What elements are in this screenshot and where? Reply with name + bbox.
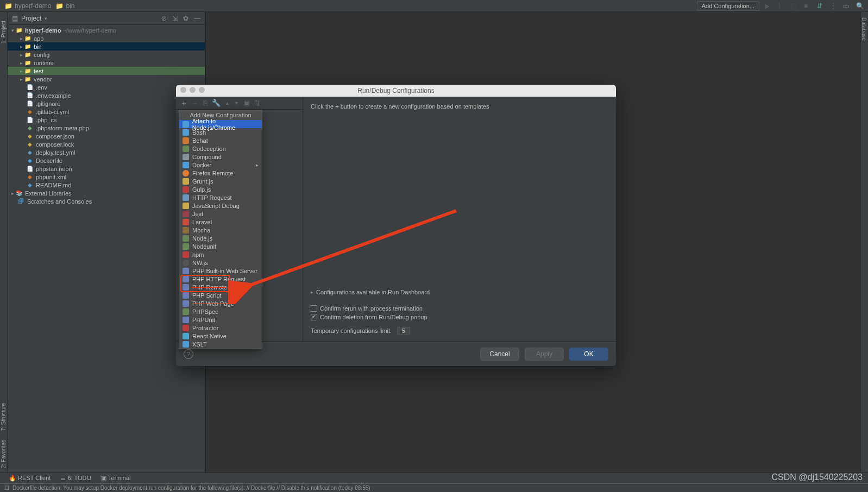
dialog-hint: Click the + button to create a new confi…: [311, 103, 608, 110]
breadcrumb-second[interactable]: 📁 bin: [55, 2, 74, 10]
copy-icon[interactable]: ⎘: [203, 99, 207, 107]
cfg-attach-node[interactable]: Attach to Node.js/Chrome: [179, 120, 262, 128]
cfg-codeception[interactable]: Codeception: [179, 144, 262, 153]
cfg-node[interactable]: Node.js: [179, 234, 262, 242]
tree-file[interactable]: ◆.gitlab-ci.yml: [8, 108, 205, 116]
dialog-titlebar: Run/Debug Configurations: [176, 85, 616, 97]
tree-file[interactable]: ◆deploy.test.yml: [8, 148, 205, 156]
tree-file[interactable]: 📄.env: [8, 83, 205, 91]
tree-file[interactable]: ◆composer.lock: [8, 140, 205, 148]
tree-file[interactable]: 📄phpstan.neon: [8, 165, 205, 173]
tree-folder[interactable]: ▸📁vendor: [8, 75, 205, 83]
tree-file[interactable]: ◆phpunit.xml: [8, 173, 205, 181]
cfg-compound[interactable]: Compound: [179, 153, 262, 161]
apply-button[interactable]: Apply: [525, 348, 564, 361]
project-panel-title[interactable]: Project: [21, 15, 41, 22]
tree-folder[interactable]: ▸📁runtime: [8, 59, 205, 67]
cfg-protractor[interactable]: Protractor: [179, 324, 262, 332]
add-new-configuration-popup[interactable]: Add New Configuration Attach to Node.js/…: [179, 110, 262, 349]
help-icon[interactable]: ?: [184, 349, 193, 359]
add-icon[interactable]: ＋: [180, 98, 187, 108]
confirm-delete-row[interactable]: Confirm deletion from Run/Debug popup: [311, 313, 608, 321]
coverage-icon[interactable]: ⬚: [791, 2, 798, 10]
checkbox[interactable]: [311, 305, 317, 312]
favorites-tab[interactable]: 2: Favorites: [1, 440, 7, 468]
project-dropdown-icon[interactable]: ▤: [12, 15, 18, 22]
debug-icon[interactable]: ⌇: [778, 2, 785, 10]
project-root[interactable]: ▾📁 hyperf-demo ~/www/hyperf-demo: [8, 26, 205, 34]
down-icon[interactable]: ▼: [234, 100, 239, 106]
scratches[interactable]: 🗐Scratches and Consoles: [8, 197, 205, 205]
bottom-toolbar: 🔥 REST Client ☰ 6: TODO ▣ Terminal: [0, 472, 868, 483]
terminal-tool[interactable]: ▣ Terminal: [101, 475, 130, 482]
tree-file[interactable]: ◆README.md: [8, 181, 205, 189]
cfg-firefox[interactable]: Firefox Remote: [179, 169, 262, 177]
ok-button[interactable]: OK: [569, 348, 608, 361]
project-tree[interactable]: ▾📁 hyperf-demo ~/www/hyperf-demo ▸📁app ▸…: [8, 25, 205, 472]
cfg-http[interactable]: HTTP Request: [179, 193, 262, 201]
target-icon[interactable]: ⊘: [161, 15, 167, 22]
cfg-phpspec[interactable]: PHPSpec: [179, 307, 262, 316]
tree-file[interactable]: 📄.env.example: [8, 91, 205, 99]
tree-file[interactable]: ◆Dockerfile: [8, 156, 205, 165]
cfg-grunt[interactable]: Grunt.js: [179, 177, 262, 185]
cfg-php-remote[interactable]: PHP Remote Debug: [179, 283, 262, 291]
cfg-jest[interactable]: Jest: [179, 210, 262, 218]
cfg-laravel[interactable]: Laravel: [179, 218, 262, 226]
cfg-phpunit[interactable]: PHPUnit: [179, 316, 262, 324]
window-controls[interactable]: [180, 87, 205, 93]
confirm-rerun-row[interactable]: Confirm rerun with process termination: [311, 304, 608, 313]
tree-folder-test[interactable]: ▸📁test: [8, 67, 205, 75]
split-icon[interactable]: ⇲: [172, 15, 178, 22]
search-icon[interactable]: 🔍: [856, 2, 864, 10]
git-icon[interactable]: ⇵: [817, 2, 825, 10]
rest-client-tool[interactable]: 🔥 REST Client: [9, 475, 51, 482]
window-icon[interactable]: ▭: [843, 2, 851, 10]
cfg-gulp[interactable]: Gulp.js: [179, 185, 262, 193]
gear-icon[interactable]: ✿: [183, 15, 188, 22]
chevron-down-icon[interactable]: ▾: [45, 16, 47, 21]
sort-icon[interactable]: ⇅: [254, 99, 260, 107]
cfg-js-debug[interactable]: JavaScript Debug: [179, 201, 262, 210]
database-tab[interactable]: Database: [861, 17, 867, 41]
run-dashboard-section[interactable]: ▸ Configurations available in Run Dashbo…: [311, 288, 608, 297]
cfg-php-http[interactable]: PHP HTTP Request: [179, 275, 262, 283]
add-configuration-button[interactable]: Add Configuration...: [697, 1, 759, 11]
project-tab[interactable]: 1: Project: [1, 21, 7, 43]
up-icon[interactable]: ▲: [225, 100, 230, 106]
tree-file[interactable]: ◆.phpstorm.meta.php: [8, 124, 205, 132]
cfg-php-builtin[interactable]: PHP Built-in Web Server: [179, 267, 262, 275]
cfg-npm[interactable]: npm: [179, 250, 262, 258]
cfg-docker[interactable]: Docker▸: [179, 161, 262, 169]
tree-folder[interactable]: ▸📁app: [8, 34, 205, 42]
wrench-icon[interactable]: 🔧: [212, 99, 221, 107]
minimize-icon[interactable]: —: [194, 15, 200, 22]
watermark-text: CSDN @dj1540225203: [772, 472, 863, 482]
cfg-xslt[interactable]: XSLT: [179, 340, 262, 348]
cfg-mocha[interactable]: Mocha: [179, 226, 262, 234]
tree-file[interactable]: 📄.php_cs: [8, 116, 205, 124]
cfg-php-script[interactable]: PHP Script: [179, 291, 262, 299]
cfg-php-web[interactable]: PHP Web Page: [179, 299, 262, 307]
folder-action-icon[interactable]: ▣: [243, 99, 250, 107]
external-libraries[interactable]: ▸📚External Libraries: [8, 189, 205, 197]
cfg-react[interactable]: React Native: [179, 332, 262, 340]
stop-icon[interactable]: ■: [804, 2, 812, 10]
cfg-nwjs[interactable]: NW.js: [179, 258, 262, 267]
dialog-left-pane: ＋ － ⎘ 🔧 ▲ ▼ ▣ ⇅ Add New Configuration At…: [176, 97, 303, 341]
structure-tab[interactable]: 7: Structure: [1, 403, 7, 431]
tree-file[interactable]: ◆composer.json: [8, 132, 205, 140]
cfg-behat[interactable]: Behat: [179, 136, 262, 144]
temp-limit-input[interactable]: [397, 327, 410, 335]
breadcrumb-root[interactable]: 📁 hyperf-demo: [4, 2, 51, 10]
tree-file[interactable]: 📄.gitignore: [8, 99, 205, 108]
tree-folder[interactable]: ▸📁config: [8, 51, 205, 59]
remove-icon[interactable]: －: [192, 98, 199, 108]
todo-tool[interactable]: ☰ 6: TODO: [60, 475, 91, 482]
checkbox-checked[interactable]: [311, 314, 317, 320]
temp-limit-row: Temporary configurations limit:: [311, 327, 608, 335]
run-icon[interactable]: ▶: [765, 2, 772, 10]
cancel-button[interactable]: Cancel: [480, 348, 519, 361]
tree-folder-bin[interactable]: ▸📁bin: [8, 42, 205, 51]
cfg-nodeunit[interactable]: Nodeunit: [179, 242, 262, 250]
